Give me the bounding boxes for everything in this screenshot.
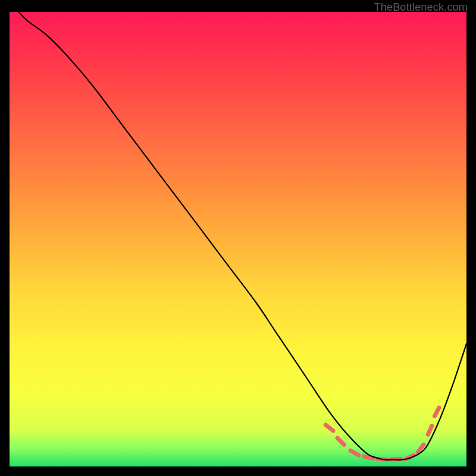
valley-dash-10 xyxy=(434,408,439,416)
valley-dash-1 xyxy=(325,425,333,431)
valley-dash-9 xyxy=(428,426,432,435)
valley-dash-2 xyxy=(337,438,344,444)
plot-area xyxy=(10,12,466,466)
bottleneck-curve xyxy=(18,12,466,460)
plot-svg xyxy=(10,12,466,466)
valley-dash-3 xyxy=(350,450,359,455)
chart-stage: TheBottleneck.com xyxy=(0,0,476,476)
